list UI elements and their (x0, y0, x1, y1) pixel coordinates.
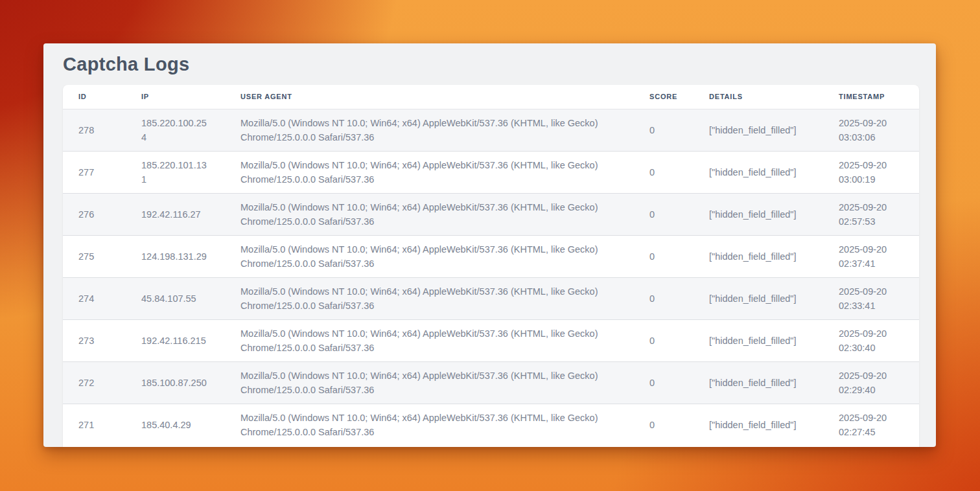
cell-user_agent: Mozilla/5.0 (Windows NT 10.0; Win64; x64… (225, 235, 634, 277)
logs-table-container: IDIPUSER AGENTSCOREDETAILSTIMESTAMP 2781… (63, 85, 919, 447)
cell-score: 0 (634, 277, 694, 319)
cell-score: 0 (634, 404, 694, 446)
cell-details: ["hidden_field_filled"] (694, 235, 823, 277)
column-header-id: ID (63, 85, 126, 109)
cell-details: ["hidden_field_filled"] (694, 319, 823, 361)
cell-user_agent: Mozilla/5.0 (Windows NT 10.0; Win64; x64… (225, 109, 634, 151)
page-title: Captcha Logs (63, 52, 189, 76)
cell-id: 273 (63, 319, 126, 361)
captcha-logs-card: Captcha Logs IDIPUSER AGENTSCOREDETAILST… (43, 43, 936, 447)
column-header-timestamp: TIMESTAMP (823, 85, 919, 109)
logs-table: IDIPUSER AGENTSCOREDETAILSTIMESTAMP 2781… (63, 85, 919, 446)
cell-ip: 185.220.101.131 (126, 151, 225, 193)
cell-ip: 185.220.100.254 (126, 109, 225, 151)
table-row: 271185.40.4.29Mozilla/5.0 (Windows NT 10… (63, 404, 919, 446)
cell-details: ["hidden_field_filled"] (694, 277, 823, 319)
cell-timestamp: 2025-09-20 02:57:53 (823, 193, 919, 235)
cell-score: 0 (634, 109, 694, 151)
cell-timestamp: 2025-09-20 02:29:40 (823, 361, 919, 404)
column-header-user_agent: USER AGENT (225, 85, 634, 109)
cell-user_agent: Mozilla/5.0 (Windows NT 10.0; Win64; x64… (225, 319, 634, 361)
cell-score: 0 (634, 361, 694, 404)
table-row: 278185.220.100.254Mozilla/5.0 (Windows N… (63, 109, 919, 151)
table-body: 278185.220.100.254Mozilla/5.0 (Windows N… (63, 109, 919, 446)
cell-ip: 192.42.116.27 (126, 193, 225, 235)
table-row: 272185.100.87.250Mozilla/5.0 (Windows NT… (63, 361, 919, 404)
column-header-details: DETAILS (694, 85, 823, 109)
cell-details: ["hidden_field_filled"] (694, 361, 823, 404)
table-row: 27445.84.107.55Mozilla/5.0 (Windows NT 1… (63, 277, 919, 319)
cell-user_agent: Mozilla/5.0 (Windows NT 10.0; Win64; x64… (225, 193, 634, 235)
cell-ip: 185.40.4.29 (126, 404, 225, 446)
cell-score: 0 (634, 235, 694, 277)
column-header-ip: IP (126, 85, 225, 109)
cell-id: 276 (63, 193, 126, 235)
cell-ip: 124.198.131.29 (126, 235, 225, 277)
cell-details: ["hidden_field_filled"] (694, 151, 823, 193)
cell-timestamp: 2025-09-20 02:27:45 (823, 404, 919, 446)
column-header-score: SCORE (634, 85, 694, 109)
table-row: 277185.220.101.131Mozilla/5.0 (Windows N… (63, 151, 919, 193)
cell-score: 0 (634, 319, 694, 361)
table-row: 276192.42.116.27Mozilla/5.0 (Windows NT … (63, 193, 919, 235)
cell-ip: 192.42.116.215 (126, 319, 225, 361)
cell-details: ["hidden_field_filled"] (694, 193, 823, 235)
cell-id: 271 (63, 404, 126, 446)
cell-user_agent: Mozilla/5.0 (Windows NT 10.0; Win64; x64… (225, 151, 634, 193)
cell-score: 0 (634, 193, 694, 235)
cell-user_agent: Mozilla/5.0 (Windows NT 10.0; Win64; x64… (225, 361, 634, 404)
cell-timestamp: 2025-09-20 02:37:41 (823, 235, 919, 277)
cell-id: 272 (63, 361, 126, 404)
cell-id: 275 (63, 235, 126, 277)
cell-id: 274 (63, 277, 126, 319)
cell-timestamp: 2025-09-20 03:00:19 (823, 151, 919, 193)
cell-id: 277 (63, 151, 126, 193)
cell-timestamp: 2025-09-20 02:30:40 (823, 319, 919, 361)
cell-details: ["hidden_field_filled"] (694, 109, 823, 151)
cell-ip: 185.100.87.250 (126, 361, 225, 404)
cell-timestamp: 2025-09-20 03:03:06 (823, 109, 919, 151)
cell-user_agent: Mozilla/5.0 (Windows NT 10.0; Win64; x64… (225, 277, 634, 319)
cell-timestamp: 2025-09-20 02:33:41 (823, 277, 919, 319)
table-row: 275124.198.131.29Mozilla/5.0 (Windows NT… (63, 235, 919, 277)
cell-user_agent: Mozilla/5.0 (Windows NT 10.0; Win64; x64… (225, 404, 634, 446)
table-header-row: IDIPUSER AGENTSCOREDETAILSTIMESTAMP (63, 85, 919, 109)
table-row: 273192.42.116.215Mozilla/5.0 (Windows NT… (63, 319, 919, 361)
cell-ip: 45.84.107.55 (126, 277, 225, 319)
cell-details: ["hidden_field_filled"] (694, 404, 823, 446)
cell-score: 0 (634, 151, 694, 193)
cell-id: 278 (63, 109, 126, 151)
